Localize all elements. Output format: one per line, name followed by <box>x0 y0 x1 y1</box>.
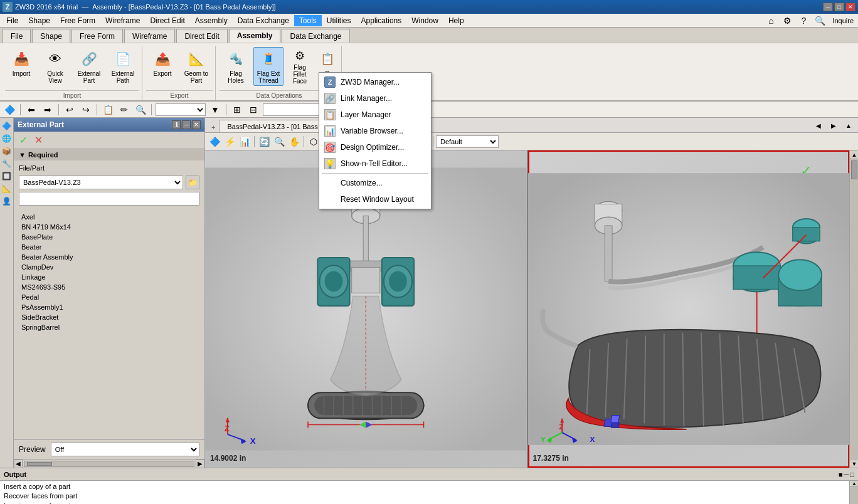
output-stop-button[interactable]: ■ <box>839 471 843 478</box>
panel-close-button[interactable]: ✕ <box>192 120 201 129</box>
tab-dataexchange[interactable]: Data Exchange <box>282 29 349 43</box>
menu-file[interactable]: File <box>1 15 23 26</box>
menu-variable-browser[interactable]: 📊 Variable Browser... <box>319 123 431 139</box>
part-psassembly1[interactable]: PsAssembly1 <box>19 302 199 312</box>
vscroll-down[interactable]: ▼ <box>850 459 858 468</box>
export-button[interactable]: 📤 Export <box>146 47 179 86</box>
hscroll-right[interactable]: ▶ <box>196 459 204 468</box>
part-sidebracket[interactable]: SideBracket <box>19 312 199 322</box>
toolbar-undo[interactable]: ↩ <box>63 103 77 117</box>
tab-assembly[interactable]: Assembly <box>229 29 281 43</box>
menu-shape[interactable]: Shape <box>23 15 55 26</box>
menu-link-manager[interactable]: 🔗 Link Manager... <box>319 90 431 107</box>
search-field[interactable] <box>19 192 199 206</box>
search-icon[interactable]: 🔍 <box>813 14 827 28</box>
help-icon[interactable]: ? <box>797 14 810 28</box>
toolbar-icon8[interactable]: ⊟ <box>246 103 260 117</box>
viewport-arrow-left[interactable]: ◀ <box>812 118 825 132</box>
panel-confirm-button[interactable]: ✓ <box>16 134 30 147</box>
side-icon7[interactable]: 👤 <box>1 196 13 207</box>
home-icon[interactable]: ⌂ <box>764 14 778 28</box>
side-icon1[interactable]: 🔷 <box>1 120 13 132</box>
menu-freeform[interactable]: Free Form <box>55 15 100 26</box>
vt-zoom[interactable]: 🔍 <box>272 135 286 149</box>
toolbar-redo[interactable]: ↪ <box>79 103 93 117</box>
import-button[interactable]: 📥 Import <box>5 47 38 86</box>
toolbar-icon6[interactable]: 🔍 <box>134 103 147 117</box>
close-window-button[interactable]: ✕ <box>845 3 855 11</box>
output-expand-button[interactable]: □ <box>850 471 854 478</box>
menu-window[interactable]: Window <box>406 15 443 26</box>
geom-to-part-button[interactable]: 📐 Geom to Part <box>180 47 213 86</box>
part-baseplate[interactable]: BasePlate <box>19 232 199 242</box>
preview-combo[interactable]: Off On <box>51 443 199 456</box>
tab-directedit[interactable]: Direct Edit <box>176 29 227 43</box>
tab-file[interactable]: File <box>3 29 31 43</box>
part-clampdev[interactable]: ClampDev <box>19 262 199 272</box>
file-part-combo[interactable]: BassPedal-V13.Z3 <box>19 176 183 189</box>
new-tab-btn[interactable]: + <box>208 122 219 132</box>
menu-reset-window-layout[interactable]: Reset Window Layout <box>319 191 431 207</box>
vt-pan[interactable]: ✋ <box>287 135 301 149</box>
output-vscroll-up[interactable]: ▲ <box>850 481 858 487</box>
vscroll-track[interactable] <box>850 159 858 459</box>
panel-info-button[interactable]: ℹ <box>172 120 181 129</box>
part-axel[interactable]: Axel <box>19 212 199 222</box>
inquire-label[interactable]: Inquire <box>829 14 857 28</box>
quickview-button[interactable]: 👁 Quick View <box>39 47 72 86</box>
part-pedal[interactable]: Pedal <box>19 292 199 302</box>
tab-freeform[interactable]: Free Form <box>72 29 123 43</box>
vt-icon1[interactable]: 🔷 <box>208 135 221 149</box>
menu-help[interactable]: Help <box>443 15 469 26</box>
part-beater-assembly[interactable]: Beater Assembly <box>19 252 199 262</box>
side-icon2[interactable]: 🌐 <box>1 133 13 144</box>
file-browse-button[interactable]: 📁 <box>186 176 199 189</box>
side-icon4[interactable]: 🔧 <box>1 158 13 169</box>
viewport-right[interactable]: ✓ ✕ <box>527 150 850 468</box>
output-close-button[interactable]: ─ <box>844 471 849 478</box>
part-ms24693[interactable]: MS24693-S95 <box>19 282 199 292</box>
toolbar-icon4[interactable]: 📋 <box>101 103 115 117</box>
menu-wireframe[interactable]: Wireframe <box>100 15 145 26</box>
side-icon3[interactable]: 📦 <box>1 145 13 157</box>
toolbar-dropdown[interactable]: ▼ <box>208 103 222 117</box>
side-icon5[interactable]: 🔲 <box>1 171 13 182</box>
toolbar-icon2[interactable]: ⬅ <box>24 103 38 117</box>
menu-showntell-editor[interactable]: 💡 Show-n-Tell Editor... <box>319 155 431 172</box>
flag-fillet-face-button[interactable]: ⚙ Flag Fillet Face <box>285 47 315 86</box>
menu-design-optimizer[interactable]: 🎯 Design Optimizer... <box>319 139 431 155</box>
toolbar-combo1[interactable] <box>156 103 206 116</box>
toolbar-icon3[interactable]: ➡ <box>41 103 55 117</box>
flag-holes-button[interactable]: 🔩 Flag Holes <box>220 47 252 86</box>
vt-display-combo[interactable]: Default <box>436 135 499 148</box>
menu-directedit[interactable]: Direct Edit <box>145 15 189 26</box>
menu-applications[interactable]: Applications <box>356 15 407 26</box>
hscroll-thumb[interactable] <box>27 462 52 466</box>
vt-icon2[interactable]: ⚡ <box>223 135 236 149</box>
section-required[interactable]: ▼ Required <box>14 149 204 160</box>
toolbar-icon1[interactable]: 🔷 <box>3 103 16 117</box>
panel-minimize-button[interactable]: ─ <box>182 120 191 129</box>
maximize-button[interactable]: □ <box>834 3 844 11</box>
external-path-button[interactable]: 📄 External Path <box>107 47 139 86</box>
part-springbarrel[interactable]: SpringBarrel <box>19 322 199 332</box>
menu-zw3d-manager[interactable]: Z ZW3D Manager... <box>319 74 431 90</box>
menu-utilities[interactable]: Utilities <box>322 15 356 26</box>
part-beater[interactable]: Beater <box>19 242 199 252</box>
vt-icon3[interactable]: 📊 <box>238 135 252 149</box>
output-vscroll-track[interactable] <box>850 487 858 504</box>
menu-layer-manager[interactable]: 📋 Layer Manager <box>319 107 431 123</box>
external-part-button[interactable]: 🔗 External Part <box>73 47 105 86</box>
hscroll-left[interactable]: ◀ <box>14 459 23 468</box>
side-icon6[interactable]: 📐 <box>1 183 13 194</box>
menu-customize[interactable]: Customize... <box>319 175 431 191</box>
menu-tools[interactable]: Tools <box>294 15 322 26</box>
menu-dataexchange[interactable]: Data Exchange <box>233 15 294 26</box>
viewport-expand[interactable]: ▲ <box>842 118 855 132</box>
part-linkage[interactable]: Linkage <box>19 272 199 282</box>
menu-assembly[interactable]: Assembly <box>190 15 233 26</box>
vscroll-up[interactable]: ▲ <box>850 150 858 159</box>
toolbar-icon7[interactable]: ⊞ <box>230 103 244 117</box>
tab-shape[interactable]: Shape <box>32 29 70 43</box>
minimize-button[interactable]: ─ <box>823 3 833 11</box>
